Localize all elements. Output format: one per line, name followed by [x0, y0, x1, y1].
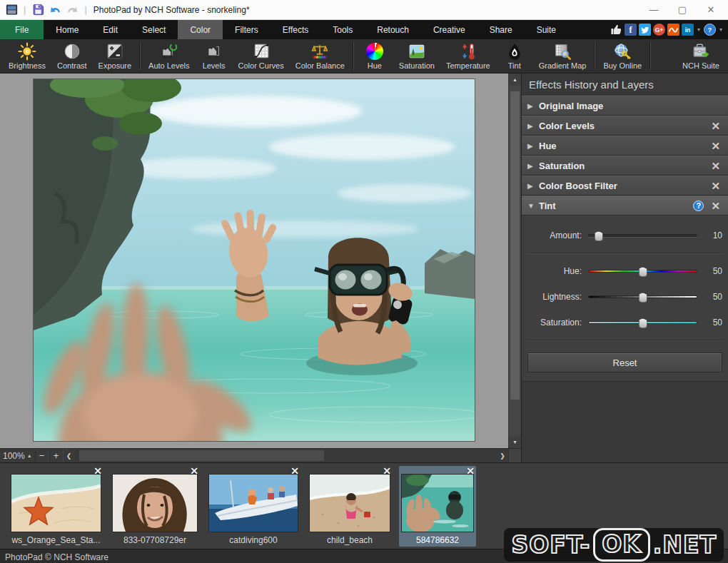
tab-color[interactable]: Color	[178, 20, 223, 39]
close-icon[interactable]: ✕	[709, 141, 722, 151]
gradient-map-button[interactable]: Gradient Map	[533, 39, 592, 73]
scroll-right-icon[interactable]: ❯	[497, 449, 508, 462]
help-icon[interactable]: ?	[693, 201, 704, 211]
reset-button[interactable]: Reset	[527, 352, 722, 372]
tint-button[interactable]: Tint	[496, 39, 533, 73]
filmstrip-item-selected[interactable]: ✕ 584786632	[399, 466, 476, 547]
tab-share[interactable]: Share	[477, 20, 525, 39]
close-icon[interactable]: ✕	[709, 181, 722, 191]
twitter-icon[interactable]	[639, 24, 651, 36]
tab-creative[interactable]: Creative	[421, 20, 477, 39]
tab-edit[interactable]: Edit	[91, 20, 130, 39]
close-icon[interactable]: ✕	[290, 466, 299, 476]
scroll-left-icon[interactable]: ❮	[64, 449, 75, 462]
color-curves-button[interactable]: Color Curves	[233, 39, 290, 73]
tab-file[interactable]: File	[0, 20, 44, 39]
close-icon[interactable]: ✕	[383, 466, 391, 476]
contrast-button[interactable]: Contrast	[51, 39, 93, 73]
close-button[interactable]: ✕	[697, 1, 725, 19]
horizontal-scroll-track[interactable]	[75, 449, 497, 462]
buy-online-button[interactable]: Buy Online	[597, 39, 647, 73]
filmstrip-item[interactable]: ✕ ws_Orange_Sea_Sta...	[9, 466, 103, 547]
zoom-spinner-icon[interactable]: ▲	[27, 453, 32, 458]
levels-button[interactable]: Levels	[196, 39, 233, 73]
close-icon[interactable]: ✕	[709, 201, 722, 211]
slider-handle[interactable]	[639, 318, 647, 328]
tab-retouch[interactable]: Retouch	[365, 20, 421, 39]
tab-tools[interactable]: Tools	[320, 20, 365, 39]
layer-row-hue[interactable]: ▶ Hue ✕	[522, 136, 728, 156]
expand-icon[interactable]: ▶	[527, 182, 539, 190]
maximize-button[interactable]: ▢	[668, 1, 697, 19]
chevron-down-icon[interactable]: ▾	[696, 26, 702, 33]
lightness-slider[interactable]	[588, 295, 697, 298]
vertical-scrollbar[interactable]: ▲ ▼	[508, 73, 521, 448]
thumbnail-boat[interactable]	[209, 475, 298, 532]
close-icon[interactable]: ✕	[190, 466, 198, 476]
saturation-button[interactable]: Saturation	[393, 39, 440, 73]
layer-row-color-levels[interactable]: ▶ Color Levels ✕	[522, 116, 728, 136]
slider-handle[interactable]	[595, 231, 603, 241]
expand-icon[interactable]: ▶	[527, 122, 539, 130]
vertical-scroll-track[interactable]	[509, 86, 521, 436]
zoom-in-button[interactable]: +	[49, 449, 64, 462]
vertical-scroll-thumb[interactable]	[510, 91, 520, 400]
close-icon[interactable]: ✕	[93, 466, 102, 476]
thumbnail-child-beach[interactable]	[310, 475, 390, 532]
layer-row-original-image[interactable]: ▶ Original Image	[522, 96, 728, 116]
close-icon[interactable]: ✕	[709, 161, 722, 171]
scroll-up-icon[interactable]: ▲	[509, 73, 521, 86]
layer-row-saturation[interactable]: ▶ Saturation ✕	[522, 156, 728, 176]
close-icon[interactable]: ✕	[709, 121, 722, 131]
nch-icon[interactable]	[667, 24, 679, 36]
thumbnail-portrait[interactable]	[113, 475, 197, 532]
thumbnail-snorkeling[interactable]	[402, 475, 473, 532]
facebook-icon[interactable]: f	[625, 24, 637, 36]
collapse-icon[interactable]: ▼	[527, 202, 539, 210]
auto-levels-button[interactable]: Auto Levels	[143, 39, 195, 73]
zoom-out-button[interactable]: −	[35, 449, 49, 462]
expand-icon[interactable]: ▶	[527, 142, 539, 150]
watermark: SOFT- OK .NET	[504, 528, 724, 562]
color-balance-button[interactable]: Color Balance	[290, 39, 350, 73]
help-dropdown-icon[interactable]: ▾	[718, 26, 724, 33]
hue-button[interactable]: Hue	[356, 39, 393, 73]
exposure-button[interactable]: Exposure	[93, 39, 137, 73]
google-plus-icon[interactable]: G+	[653, 24, 665, 36]
saturation-slider[interactable]	[588, 321, 697, 324]
help-icon[interactable]: ?	[704, 24, 716, 36]
scroll-down-icon[interactable]: ▼	[509, 436, 521, 448]
minimize-button[interactable]: —	[639, 1, 668, 19]
tab-select[interactable]: Select	[130, 20, 178, 39]
zoom-level-control[interactable]: 100% ▲	[0, 449, 35, 462]
like-icon[interactable]	[610, 24, 622, 36]
tab-suite[interactable]: Suite	[525, 20, 568, 39]
slider-handle[interactable]	[639, 293, 647, 303]
app-icon[interactable]	[4, 3, 19, 17]
tab-home[interactable]: Home	[44, 20, 91, 39]
expand-icon[interactable]: ▶	[527, 102, 539, 110]
linkedin-icon[interactable]: in	[682, 24, 694, 36]
redo-icon[interactable]	[65, 3, 79, 17]
layer-row-tint[interactable]: ▼ Tint ? ✕	[522, 196, 728, 215]
levels-icon	[205, 41, 223, 61]
save-icon[interactable]	[31, 3, 45, 17]
brightness-button[interactable]: Brightness	[3, 39, 51, 73]
horizontal-scroll-thumb[interactable]	[79, 450, 324, 461]
undo-icon[interactable]	[48, 3, 62, 17]
close-icon[interactable]: ✕	[466, 466, 475, 476]
thumbnail-starfish[interactable]	[11, 475, 101, 532]
hue-slider[interactable]	[588, 270, 697, 273]
nch-suite-button[interactable]: NCH Suite	[677, 39, 725, 73]
amount-slider[interactable]	[588, 234, 697, 237]
expand-icon[interactable]: ▶	[527, 162, 539, 170]
temperature-button[interactable]: Temperature	[440, 39, 496, 73]
photo-canvas[interactable]	[34, 79, 475, 441]
filmstrip-item[interactable]: ✕ 833-07708729er	[110, 466, 200, 547]
layer-row-color-boost-filter[interactable]: ▶ Color Boost Filter ✕	[522, 176, 728, 196]
filmstrip-item[interactable]: ✕ catdiving600	[206, 466, 300, 547]
tab-effects[interactable]: Effects	[271, 20, 320, 39]
filmstrip-item[interactable]: ✕ child_beach	[307, 466, 393, 547]
slider-handle[interactable]	[639, 267, 647, 277]
tab-filters[interactable]: Filters	[223, 20, 271, 39]
